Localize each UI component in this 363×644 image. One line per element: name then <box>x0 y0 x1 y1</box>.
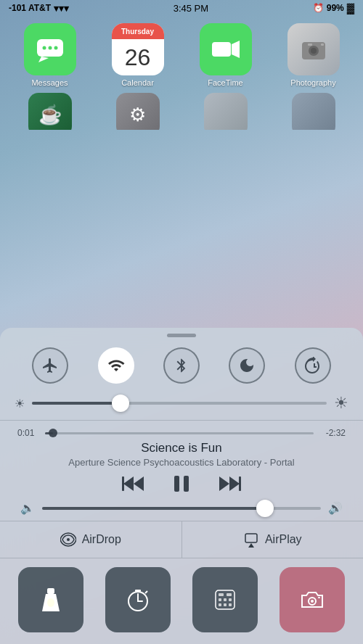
messages-icon <box>24 23 76 75</box>
svg-rect-15 <box>174 476 179 492</box>
timer-button[interactable] <box>105 567 171 632</box>
svg-marker-12 <box>134 476 144 491</box>
app-grid-row2: ☕ ⚙ <box>0 90 363 130</box>
app-grid-row1: Messages Thursday 26 Calendar FaceTime <box>0 16 363 90</box>
music-progress-track[interactable] <box>45 432 314 434</box>
volume-min-icon: 🔈 <box>20 501 35 515</box>
calendar-label: Calendar <box>121 78 154 87</box>
music-total-time: -2:32 <box>319 428 346 438</box>
app-item-unknown1[interactable] <box>189 93 262 127</box>
music-pause-button[interactable] <box>171 474 192 494</box>
volume-max-icon: 🔊 <box>328 501 343 515</box>
flashlight-button[interactable] <box>18 567 83 632</box>
photography-icon <box>287 23 340 75</box>
bluetooth-button[interactable] <box>163 347 200 384</box>
airplay-button[interactable]: AirPlay <box>182 521 364 558</box>
wifi-icon: ▾▾▾ <box>54 3 69 14</box>
app-item-folder[interactable] <box>277 93 350 127</box>
airplane-mode-button[interactable] <box>32 347 68 384</box>
camera-button[interactable] <box>280 567 345 632</box>
svg-point-3 <box>48 46 52 50</box>
svg-marker-1 <box>38 57 49 62</box>
music-controls <box>17 474 346 494</box>
app-item-calendar[interactable]: Thursday 26 Calendar <box>102 23 174 87</box>
svg-rect-39 <box>227 593 232 596</box>
do-not-disturb-button[interactable] <box>229 347 265 384</box>
app-item-photography[interactable]: Photography <box>277 23 350 87</box>
svg-rect-38 <box>229 603 232 606</box>
battery-icon: ▓ <box>347 2 354 14</box>
airdrop-label: AirDrop <box>82 533 121 546</box>
status-bar: -101 AT&T ▾▾▾ 3:45 PM ⏰ 99% ▓ <box>0 0 363 16</box>
brightness-max-icon: ☀ <box>334 394 348 413</box>
svg-point-9 <box>311 48 317 54</box>
svg-rect-16 <box>184 476 189 492</box>
music-next-button[interactable] <box>218 474 241 494</box>
cc-handle-bar <box>167 334 196 337</box>
volume-fill <box>42 507 265 510</box>
facetime-icon <box>200 23 252 75</box>
svg-rect-5 <box>212 42 231 57</box>
svg-point-2 <box>42 46 46 50</box>
svg-rect-32 <box>219 593 224 596</box>
cc-toggles <box>0 340 363 391</box>
messages-label: Messages <box>31 78 68 87</box>
svg-rect-11 <box>321 44 324 46</box>
app-item-settings[interactable]: ⚙ <box>102 93 174 127</box>
svg-marker-22 <box>248 543 254 548</box>
wifi-button[interactable] <box>98 347 134 384</box>
brightness-slider-row: ☀ ☀ <box>0 391 363 416</box>
airdrop-button[interactable]: AirDrop <box>0 521 182 558</box>
alarm-icon: ⏰ <box>313 3 324 13</box>
music-current-time: 0:01 <box>17 428 39 438</box>
status-right: ⏰ 99% ▓ <box>313 2 354 14</box>
svg-rect-29 <box>135 590 141 592</box>
calculator-button[interactable] <box>192 567 258 632</box>
status-left: -101 AT&T ▾▾▾ <box>9 3 69 14</box>
brightness-track[interactable] <box>32 402 327 405</box>
divider-brightness <box>0 420 363 421</box>
svg-point-4 <box>54 46 57 50</box>
battery-label: 99% <box>327 3 344 13</box>
svg-rect-19 <box>239 476 241 491</box>
svg-point-41 <box>311 600 314 603</box>
status-time: 3:45 PM <box>174 3 208 14</box>
svg-rect-36 <box>219 603 221 606</box>
svg-marker-18 <box>229 476 240 491</box>
photography-label: Photography <box>290 78 335 87</box>
music-prev-button[interactable] <box>122 474 145 494</box>
carrier-label: -101 AT&T <box>9 3 51 13</box>
svg-point-20 <box>67 538 70 541</box>
app-item-messages[interactable]: Messages <box>14 23 86 87</box>
svg-marker-13 <box>123 476 134 491</box>
brightness-min-icon: ☀ <box>15 397 25 410</box>
svg-line-30 <box>145 591 147 593</box>
svg-rect-10 <box>308 44 312 46</box>
rotation-lock-button[interactable] <box>295 347 331 384</box>
music-player: 0:01 -2:32 Science is Fun Aperture Scien… <box>0 425 363 521</box>
svg-marker-6 <box>232 41 240 58</box>
svg-rect-14 <box>122 476 124 491</box>
svg-point-25 <box>47 598 54 607</box>
app-item-starbucks[interactable]: ☕ <box>14 93 86 127</box>
svg-rect-21 <box>245 534 257 542</box>
music-progress-thumb[interactable] <box>49 429 57 437</box>
svg-rect-42 <box>318 597 320 598</box>
svg-rect-37 <box>224 603 227 606</box>
music-title: Science is Fun <box>17 441 346 455</box>
volume-thumb[interactable] <box>256 500 274 517</box>
quick-actions-row <box>0 558 363 644</box>
svg-marker-17 <box>219 476 229 491</box>
music-artist: Aperture Science Psychoacoustics Laborat… <box>17 457 346 468</box>
music-progress-row: 0:01 -2:32 <box>17 428 346 438</box>
cc-handle <box>0 328 363 340</box>
calendar-icon: Thursday 26 <box>112 23 164 75</box>
svg-rect-23 <box>47 588 54 594</box>
app-item-facetime[interactable]: FaceTime <box>189 23 262 87</box>
airplay-label: AirPlay <box>265 533 302 546</box>
volume-track[interactable] <box>42 507 321 510</box>
svg-rect-34 <box>224 598 227 601</box>
brightness-thumb[interactable] <box>112 395 129 412</box>
svg-rect-33 <box>219 598 221 601</box>
airdrop-airplay-row: AirDrop AirPlay <box>0 521 363 558</box>
